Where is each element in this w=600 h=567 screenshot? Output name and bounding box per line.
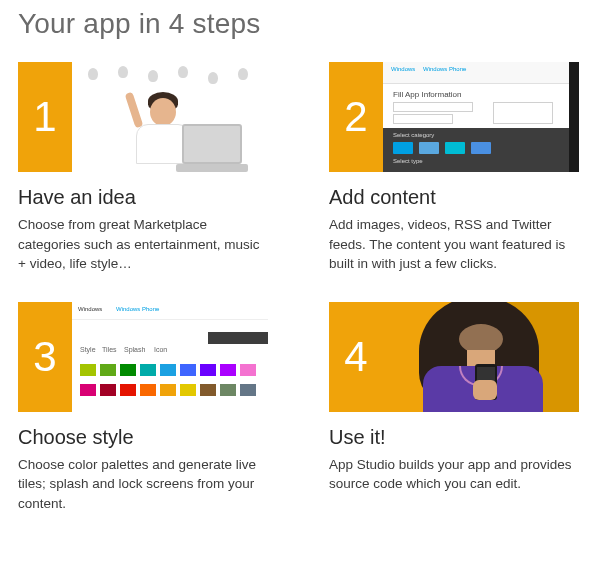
person-head — [150, 98, 176, 126]
form-input — [393, 114, 453, 124]
step-3: 3 Windows Windows Phone Style Tiles Spla… — [18, 302, 268, 514]
step-4-title: Use it! — [329, 426, 579, 449]
step-1-number: 1 — [18, 62, 72, 172]
step-2: 2 Windows Windows Phone Fill App Informa… — [329, 62, 579, 274]
step-2-number: 2 — [329, 62, 383, 172]
step-3-thumbnail: Windows Windows Phone Style Tiles Splash… — [72, 302, 268, 412]
step-1-title: Have an idea — [18, 186, 268, 209]
lightbulb-icon — [178, 66, 188, 78]
style-tab: Style — [80, 346, 96, 353]
color-swatch — [240, 364, 256, 376]
category-chip — [419, 142, 439, 154]
step-1-thumbnail — [72, 62, 268, 172]
form-input — [393, 102, 473, 112]
color-swatch — [160, 384, 176, 396]
step-3-number: 3 — [18, 302, 72, 412]
step-4: 4 Use it! App Studio builds your app and… — [329, 302, 579, 514]
phone-preview — [569, 62, 579, 172]
lightbulb-icon — [118, 66, 128, 78]
step-4-thumbnail — [383, 302, 579, 412]
person-arm — [125, 92, 144, 129]
lightbulb-icon — [208, 72, 218, 84]
color-swatch — [120, 384, 136, 396]
style-tab: Splash — [124, 346, 145, 353]
laptop-icon — [182, 124, 242, 164]
step-3-visual: 3 Windows Windows Phone Style Tiles Spla… — [18, 302, 268, 412]
step-2-thumbnail: Windows Windows Phone Fill App Informati… — [383, 62, 579, 172]
step-2-visual: 2 Windows Windows Phone Fill App Informa… — [329, 62, 579, 172]
color-swatch — [140, 364, 156, 376]
step-3-description: Choose color palettes and generate live … — [18, 455, 268, 514]
step-3-title: Choose style — [18, 426, 268, 449]
category-chip — [393, 142, 413, 154]
color-swatch — [200, 364, 216, 376]
form-toplink: Windows — [391, 66, 415, 72]
steps-grid: 1 Have an idea Choose from great Marketp… — [18, 62, 582, 513]
color-swatch — [140, 384, 156, 396]
color-swatch — [180, 384, 196, 396]
color-swatch — [180, 364, 196, 376]
step-2-description: Add images, videos, RSS and Twitter feed… — [329, 215, 579, 274]
page-title: Your app in 4 steps — [18, 8, 582, 40]
style-tab: Tiles — [102, 346, 117, 353]
style-brand: Windows — [78, 306, 102, 312]
color-swatch — [80, 364, 96, 376]
step-1-description: Choose from great Marketplace categories… — [18, 215, 268, 274]
style-tab: Icon — [154, 346, 167, 353]
form-heading: Fill App Information — [393, 90, 461, 99]
color-swatch — [200, 384, 216, 396]
step-4-number: 4 — [329, 302, 383, 412]
person-hand — [473, 380, 497, 400]
step-1-visual: 1 — [18, 62, 268, 172]
color-swatch — [120, 364, 136, 376]
color-swatch — [80, 384, 96, 396]
step-4-visual: 4 — [329, 302, 579, 412]
form-input — [493, 102, 553, 124]
category-chip — [471, 142, 491, 154]
lightbulb-icon — [148, 70, 158, 82]
style-darktab — [208, 332, 268, 344]
color-swatch — [160, 364, 176, 376]
lightbulb-icon — [88, 68, 98, 80]
color-swatch — [240, 384, 256, 396]
color-swatch — [100, 384, 116, 396]
color-swatch — [100, 364, 116, 376]
color-swatch — [220, 384, 236, 396]
lightbulb-icon — [238, 68, 248, 80]
form-toplink: Windows Phone — [423, 66, 466, 72]
laptop-base — [176, 164, 248, 172]
category-chip — [445, 142, 465, 154]
style-brand: Windows Phone — [116, 306, 159, 312]
step-2-title: Add content — [329, 186, 579, 209]
form-section-label: Select type — [393, 158, 423, 164]
color-swatch — [220, 364, 236, 376]
step-4-description: App Studio builds your app and provides … — [329, 455, 579, 494]
step-1: 1 Have an idea Choose from great Marketp… — [18, 62, 268, 274]
form-section-label: Select category — [393, 132, 434, 138]
